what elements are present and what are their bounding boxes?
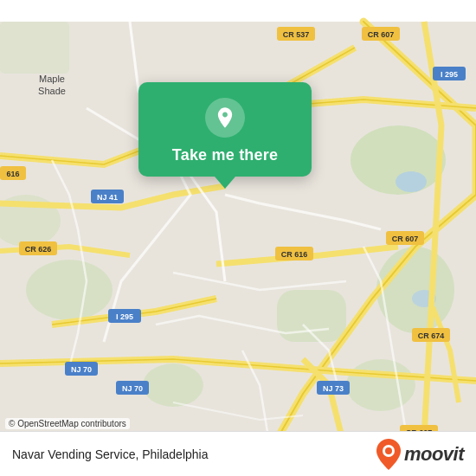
svg-text:NJ 70: NJ 70 (122, 384, 143, 393)
svg-text:616: 616 (6, 170, 19, 178)
svg-text:CR 674: CR 674 (418, 331, 445, 340)
svg-text:CR 607: CR 607 (392, 235, 419, 243)
svg-point-6 (143, 363, 203, 407)
svg-text:NJ 70: NJ 70 (71, 365, 92, 374)
location-pin (205, 98, 245, 138)
svg-rect-8 (0, 22, 69, 74)
svg-text:CR 626: CR 626 (25, 245, 52, 254)
pin-icon (213, 106, 237, 130)
svg-text:Maple: Maple (39, 74, 65, 84)
svg-text:CR 616: CR 616 (281, 250, 308, 259)
svg-point-4 (26, 260, 113, 320)
location-text: Navar Vending Service, Philadelphia (12, 447, 208, 461)
svg-text:NJ 73: NJ 73 (323, 384, 344, 393)
map-container: CR 537 CR 607 I 295 NJ 41 NJ 38 616 NJ 4… (0, 0, 476, 476)
svg-text:I 295: I 295 (116, 312, 133, 321)
svg-text:NJ 41: NJ 41 (97, 193, 118, 202)
popup-card: Take me there (138, 82, 312, 177)
svg-point-48 (385, 447, 392, 454)
moovit-pin-icon (376, 439, 401, 470)
moovit-wordmark: moovit (404, 443, 464, 466)
svg-text:I 295: I 295 (441, 70, 458, 79)
osm-attribution: © OpenStreetMap contributors (5, 418, 130, 429)
svg-text:CR 607: CR 607 (368, 30, 395, 39)
moovit-logo: moovit (376, 439, 464, 470)
svg-point-9 (396, 171, 427, 192)
svg-text:Shade: Shade (38, 86, 66, 96)
svg-text:CR 537: CR 537 (283, 30, 310, 39)
bottom-bar: Navar Vending Service, Philadelphia moov… (0, 431, 476, 476)
take-me-there-button[interactable]: Take me there (172, 146, 278, 164)
svg-point-7 (346, 359, 415, 411)
